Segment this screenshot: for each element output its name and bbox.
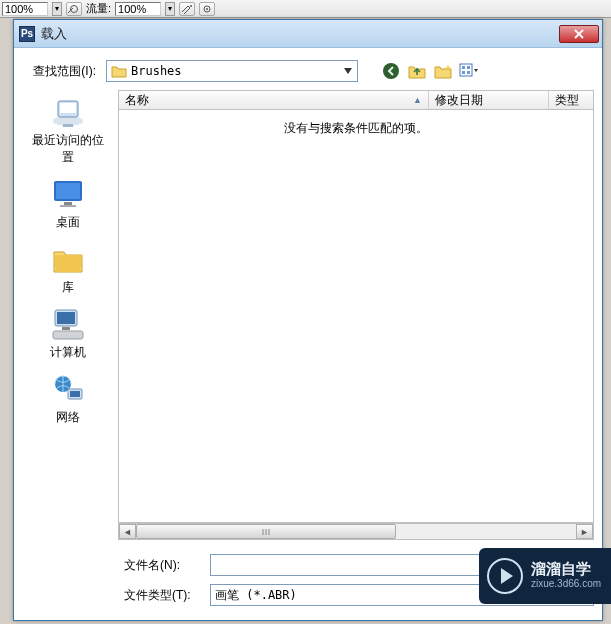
svg-rect-18 — [64, 202, 72, 205]
opacity-dropdown-arrow-icon[interactable]: ▾ — [52, 2, 62, 16]
svg-rect-17 — [56, 183, 80, 199]
svg-rect-19 — [60, 205, 76, 207]
column-name[interactable]: 名称 ▲ — [119, 91, 429, 109]
empty-message: 没有与搜索条件匹配的项。 — [284, 120, 428, 137]
svg-point-4 — [206, 8, 208, 10]
place-label: 计算机 — [50, 344, 86, 361]
option-icon-1[interactable] — [66, 2, 82, 16]
column-date-label: 修改日期 — [435, 92, 483, 109]
column-type[interactable]: 类型 — [549, 91, 593, 109]
airbrush-icon[interactable] — [179, 2, 195, 16]
libraries-icon — [49, 241, 87, 277]
close-button[interactable] — [559, 25, 599, 43]
places-bar: 最近访问的位置 桌面 库 — [22, 90, 114, 612]
place-label: 最近访问的位置 — [28, 132, 108, 166]
svg-rect-26 — [70, 391, 80, 397]
watermark-sub: zixue.3d66.com — [531, 576, 601, 591]
svg-rect-11 — [462, 71, 465, 74]
place-computer[interactable]: 计算机 — [28, 306, 108, 361]
svg-rect-15 — [60, 103, 76, 113]
tablet-pressure-icon[interactable] — [199, 2, 215, 16]
file-list-headers: 名称 ▲ 修改日期 类型 — [118, 90, 594, 110]
flow-label: 流量: — [86, 1, 111, 16]
svg-rect-22 — [62, 327, 70, 330]
filename-label: 文件名(N): — [118, 557, 204, 574]
svg-point-7 — [383, 63, 399, 79]
column-date[interactable]: 修改日期 — [429, 91, 549, 109]
place-label: 库 — [62, 279, 74, 296]
scroll-left-button[interactable]: ◄ — [119, 524, 136, 539]
horizontal-scrollbar[interactable]: ◄ ► — [118, 523, 594, 540]
play-icon — [487, 558, 523, 594]
svg-rect-9 — [462, 66, 465, 69]
middle-row: 最近访问的位置 桌面 库 — [22, 90, 594, 612]
scroll-right-button[interactable]: ► — [576, 524, 593, 539]
place-label: 网络 — [56, 409, 80, 426]
up-one-level-button[interactable] — [406, 60, 428, 82]
close-icon — [573, 29, 585, 39]
filetype-label: 文件类型(T): — [118, 587, 204, 604]
app-top-toolbar: 100% ▾ 流量: 100% ▾ — [0, 0, 611, 18]
folder-up-icon — [408, 63, 426, 79]
watermark-main: 溜溜自学 — [531, 561, 601, 576]
look-in-value: Brushes — [131, 64, 337, 78]
app-icon: Ps — [19, 26, 35, 42]
look-in-label: 查找范围(I): — [22, 63, 100, 80]
look-in-combo[interactable]: Brushes — [106, 60, 358, 82]
svg-rect-10 — [467, 66, 470, 69]
dialog-title: 载入 — [41, 25, 559, 43]
sort-asc-icon: ▲ — [413, 95, 422, 105]
column-name-label: 名称 — [125, 92, 149, 109]
combo-arrow-icon[interactable] — [341, 62, 355, 80]
opacity-field[interactable]: 100% — [2, 2, 48, 16]
watermark-text: 溜溜自学 zixue.3d66.com — [531, 561, 601, 591]
svg-rect-12 — [467, 71, 470, 74]
network-icon — [49, 371, 87, 407]
folder-icon — [111, 64, 127, 78]
desktop-icon — [49, 176, 87, 212]
back-arrow-icon — [382, 62, 400, 80]
load-dialog: Ps 载入 查找范围(I): Brushes — [13, 19, 603, 621]
view-menu-icon — [459, 63, 479, 79]
svg-rect-21 — [57, 312, 75, 324]
svg-rect-8 — [460, 64, 472, 76]
place-libraries[interactable]: 库 — [28, 241, 108, 296]
recent-places-icon — [49, 94, 87, 130]
view-menu-button[interactable] — [458, 60, 480, 82]
computer-icon — [49, 306, 87, 342]
place-recent[interactable]: 最近访问的位置 — [28, 94, 108, 166]
nav-icons — [380, 60, 480, 82]
place-network[interactable]: 网络 — [28, 371, 108, 426]
dialog-body: 查找范围(I): Brushes — [14, 48, 602, 620]
svg-rect-23 — [53, 331, 83, 339]
svg-point-2 — [190, 5, 192, 7]
file-panel: 名称 ▲ 修改日期 类型 没有与搜索条件匹配的项。 ◄ — [118, 90, 594, 612]
filetype-value: 画笔 (*.ABR) — [215, 587, 297, 604]
place-label: 桌面 — [56, 214, 80, 231]
file-list[interactable]: 没有与搜索条件匹配的项。 — [118, 110, 594, 523]
dialog-titlebar[interactable]: Ps 载入 — [14, 20, 602, 48]
place-desktop[interactable]: 桌面 — [28, 176, 108, 231]
folder-new-icon — [434, 63, 452, 79]
column-type-label: 类型 — [555, 92, 579, 109]
flow-field[interactable]: 100% — [115, 2, 161, 16]
flow-dropdown-arrow-icon[interactable]: ▾ — [165, 2, 175, 16]
scroll-track[interactable] — [136, 524, 576, 539]
watermark: 溜溜自学 zixue.3d66.com — [479, 548, 611, 604]
back-button[interactable] — [380, 60, 402, 82]
new-folder-button[interactable] — [432, 60, 454, 82]
scroll-thumb[interactable] — [136, 524, 396, 539]
look-in-row: 查找范围(I): Brushes — [22, 58, 594, 84]
